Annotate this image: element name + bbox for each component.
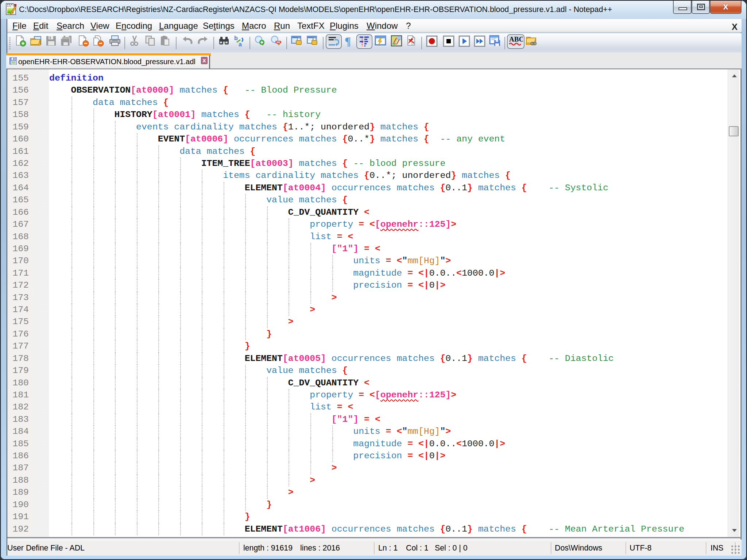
svg-text:a: a xyxy=(239,41,242,47)
svg-text:b: b xyxy=(234,35,238,41)
svg-text:ABC: ABC xyxy=(509,35,523,43)
svg-text:¶: ¶ xyxy=(345,35,351,47)
svg-text:D: D xyxy=(411,40,414,46)
